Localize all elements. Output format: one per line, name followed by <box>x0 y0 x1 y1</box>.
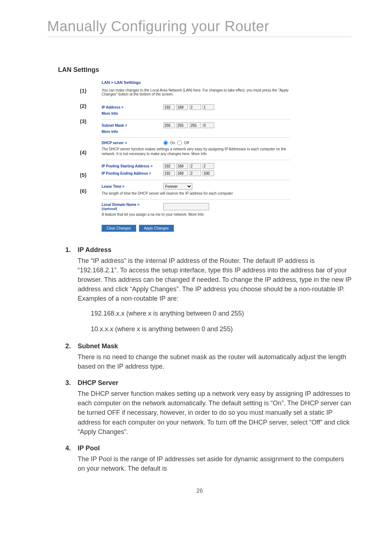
clear-changes-button[interactable]: Clear Changes <box>102 225 136 232</box>
item-heading: IP Address <box>78 246 111 253</box>
lease-select[interactable]: Forever <box>163 183 192 190</box>
pool-end-label: IP Pooling Ending Address > <box>102 171 163 175</box>
ip-octet-4[interactable] <box>203 104 214 110</box>
item-sub-1: 192.168.x.x (where x is anything between… <box>91 308 352 319</box>
pool-end-4[interactable] <box>203 170 214 176</box>
dhcp-off-radio[interactable] <box>177 141 182 145</box>
item-number: 2. <box>65 342 78 350</box>
item-heading: Subnet Mask <box>78 342 118 350</box>
ip-octet-3[interactable] <box>189 104 201 110</box>
description-list: 1.IP Address The “IP address” is the int… <box>65 246 352 473</box>
pool-start-3[interactable] <box>189 163 201 169</box>
item-sub-2: 10.x.x.x (where x is anything between 0 … <box>91 324 352 334</box>
item-number: 4. <box>65 445 78 452</box>
item-number: 1. <box>65 246 78 254</box>
subnet-octet-2[interactable] <box>176 122 188 128</box>
callout-6: (6) <box>80 188 86 194</box>
screenshot-figure: (1) (2) (3) (4) (5) (6) LAN > LAN Settti… <box>80 80 352 232</box>
ip-octet-2[interactable] <box>176 104 188 110</box>
item-subnet-mask: 2.Subnet Mask There is no need to change… <box>65 342 352 371</box>
pool-start-label: IP Pooling Starting Address > <box>102 164 163 168</box>
apply-changes-button[interactable]: Apply Changes <box>139 225 174 232</box>
subnet-more-info[interactable]: More Info <box>102 130 290 134</box>
dhcp-on-label: On <box>170 141 175 145</box>
callout-1: (1) <box>80 88 86 94</box>
ip-address-label: IP Address > <box>102 105 163 109</box>
domain-label: Local Domain Name > (Optional) <box>102 203 163 211</box>
item-paragraph: The DHCP server function makes setting u… <box>78 389 352 436</box>
item-paragraph: The IP Pool is the range of IP addresses… <box>78 454 352 473</box>
domain-optional: (Optional) <box>102 207 117 211</box>
dhcp-on-radio[interactable] <box>163 141 168 145</box>
dhcp-off-label: Off <box>184 141 189 145</box>
breadcrumb: LAN > LAN Setttings <box>102 80 290 85</box>
pool-end-1[interactable] <box>163 170 175 176</box>
callout-2: (2) <box>80 103 86 109</box>
router-ui-panel: LAN > LAN Setttings You can make changes… <box>102 80 290 232</box>
dhcp-desc: The DHCP server function makes settings … <box>102 147 290 156</box>
callout-column: (1) (2) (3) (4) (5) (6) <box>80 80 102 232</box>
item-paragraph: There is no need to change the subnet ma… <box>78 352 352 371</box>
pool-start-2[interactable] <box>176 163 188 169</box>
pool-end-2[interactable] <box>176 170 188 176</box>
domain-input[interactable] <box>163 203 209 210</box>
item-paragraph: The “IP address” is the internal IP addr… <box>78 256 352 303</box>
callout-3: (3) <box>80 118 86 124</box>
subnet-octet-3[interactable] <box>189 122 201 128</box>
panel-intro: You can make changes to the Local Area N… <box>102 88 290 96</box>
item-number: 3. <box>65 379 78 387</box>
lease-desc: The length of time the DHCP server will … <box>102 191 290 196</box>
pool-end-3[interactable] <box>189 170 201 176</box>
item-heading: IP Pool <box>78 445 100 452</box>
lease-label: Lease Time > <box>102 184 163 188</box>
callout-5: (5) <box>80 172 86 178</box>
pool-start-1[interactable] <box>163 163 175 169</box>
page-title: Manually Configuring your Router <box>47 18 352 35</box>
ip-octet-1[interactable] <box>163 104 175 110</box>
pool-start-4[interactable] <box>203 163 214 169</box>
item-heading: DHCP Server <box>78 379 118 386</box>
item-ip-address: 1.IP Address The “IP address” is the int… <box>65 246 352 334</box>
page-number: 26 <box>47 488 352 494</box>
item-dhcp-server: 3.DHCP Server The DHCP server function m… <box>65 379 352 436</box>
title-rule <box>47 37 352 37</box>
item-ip-pool: 4.IP Pool The IP Pool is the range of IP… <box>65 445 352 473</box>
ip-more-info[interactable]: More Info <box>102 111 290 115</box>
subnet-label: Subnet Mask > <box>102 123 163 127</box>
callout-4: (4) <box>80 149 86 155</box>
dhcp-label: DHCP server > <box>102 141 163 145</box>
section-heading: LAN Settings <box>58 66 352 74</box>
subnet-octet-1[interactable] <box>163 122 175 128</box>
domain-desc: A feature that let you assign a na me to… <box>102 212 290 217</box>
subnet-octet-4[interactable] <box>203 122 214 128</box>
